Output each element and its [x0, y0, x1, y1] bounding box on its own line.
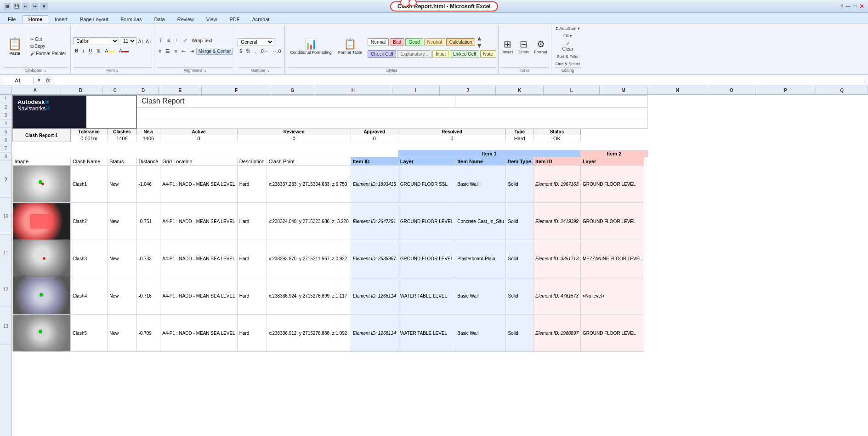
redo-quick-btn[interactable]: ↪	[31, 3, 39, 10]
status-val[interactable]: OK	[533, 135, 581, 142]
clash5-point[interactable]: x:238336.912, y:2715276.888, z:1.092	[267, 315, 351, 352]
clash3-status[interactable]: New	[108, 240, 136, 277]
clash2-name[interactable]: Clash2	[70, 203, 107, 240]
format-painter-button[interactable]: 🖌 Format Painter	[29, 51, 68, 57]
row-num-12[interactable]: 12	[0, 271, 11, 308]
increase-font-size-btn[interactable]: A↑	[137, 39, 144, 44]
clash1-item1-type[interactable]: Solid	[506, 166, 533, 203]
merge-center-btn[interactable]: Merge & Center	[196, 48, 233, 55]
clash2-item1-type[interactable]: Solid	[506, 203, 533, 240]
input-style-btn[interactable]: Input	[432, 50, 449, 58]
clash4-distance[interactable]: -0.716	[136, 277, 160, 315]
tab-acrobat[interactable]: Acrobat	[246, 15, 275, 23]
tab-page-layout[interactable]: Page Layout	[74, 15, 114, 23]
clash4-status[interactable]: New	[108, 277, 136, 315]
cell-reference-box[interactable]	[2, 77, 34, 84]
clash5-item2-id[interactable]: Element ID: 1960897	[533, 315, 581, 352]
align-top-btn[interactable]: ⊤	[157, 36, 165, 45]
tab-review[interactable]: Review	[171, 15, 200, 23]
col-header-n[interactable]: N	[647, 86, 708, 94]
type-val[interactable]: Hard	[506, 135, 533, 142]
new-val[interactable]: 1406	[136, 135, 160, 142]
clash3-point[interactable]: x:238293.870, y:2715311.567, z:0.922	[267, 240, 351, 277]
tab-pdf[interactable]: PDF	[223, 15, 245, 23]
tolerance-val[interactable]: 0.001m	[70, 135, 107, 142]
clash4-item2-layer[interactable]: <No level>	[580, 277, 644, 315]
reviewed-val[interactable]: 0	[237, 135, 351, 142]
clash1-item1-layer[interactable]: GROUND FLOOR SSL	[398, 166, 455, 203]
row-num-1[interactable]: 1	[0, 95, 11, 103]
font-size-select[interactable]: 11	[120, 37, 136, 45]
normal-style-btn[interactable]: Normal	[368, 38, 389, 46]
clash5-item2-layer[interactable]: GROUND FLOOR LEVEL	[580, 315, 644, 352]
clipboard-expand[interactable]: ↘	[43, 69, 46, 73]
clash2-item1-layer[interactable]: GROUND FLOOR LEVEL	[398, 203, 455, 240]
insert-cell-btn[interactable]: ⊞ Insert	[501, 38, 515, 55]
col-header-c[interactable]: C	[102, 86, 129, 94]
row-num-8[interactable]: 8	[0, 153, 11, 161]
approved-val[interactable]: 0	[351, 135, 398, 142]
clash2-item2-layer[interactable]: GROUND FLOOR LEVEL	[580, 203, 644, 240]
tab-home[interactable]: Home	[23, 15, 49, 23]
save-quick-btn[interactable]: 💾	[13, 3, 20, 10]
fill-btn[interactable]: Fill ▾	[554, 33, 582, 39]
italic-button[interactable]: I	[81, 47, 86, 54]
clash1-point[interactable]: x:238337.233, y:2715304.633, z:6.750	[267, 166, 351, 203]
col-header-d[interactable]: D	[128, 86, 159, 94]
good-style-btn[interactable]: Good	[405, 38, 423, 46]
clash1-grid[interactable]: A4-P1 : NADD - MEAN SEA LEVEL	[160, 166, 237, 203]
clashes-val[interactable]: 1406	[108, 135, 136, 142]
format-as-table-btn[interactable]: 📋 Format Table	[335, 37, 365, 56]
tab-formulas[interactable]: Formulas	[115, 15, 148, 23]
number-format-select[interactable]: General	[238, 38, 274, 46]
tab-data[interactable]: Data	[148, 15, 170, 23]
clash1-item2-id[interactable]: Element ID: 1967163	[533, 166, 581, 203]
col-header-p[interactable]: P	[755, 86, 816, 94]
clash4-item1-id[interactable]: Element ID: 1268114	[351, 277, 398, 315]
percent-btn[interactable]: %	[244, 48, 252, 55]
clash5-item1-type[interactable]: Solid	[506, 315, 533, 352]
font-name-select[interactable]: Calibri	[73, 37, 119, 45]
clash3-item1-type[interactable]: Solid	[506, 240, 533, 277]
clash5-item1-layer[interactable]: WATER TABLE LEVEL	[398, 315, 455, 352]
font-expand[interactable]: ↘	[115, 69, 119, 73]
row-num-5[interactable]: 5	[0, 128, 11, 136]
col-header-f[interactable]: F	[202, 86, 271, 94]
styles-scroll-btn[interactable]: ▲▼	[476, 34, 482, 49]
delete-cell-btn[interactable]: ⊟ Delete	[516, 38, 531, 55]
alignment-expand[interactable]: ↘	[203, 69, 206, 73]
clash5-name[interactable]: Clash5	[70, 315, 107, 352]
customize-quick-btn[interactable]: ▼	[40, 3, 48, 10]
clash4-item2-id[interactable]: Element ID: 4761573	[533, 277, 581, 315]
row-num-6[interactable]: 6	[0, 136, 11, 144]
col-header-k[interactable]: K	[496, 86, 544, 94]
col-header-j[interactable]: J	[440, 86, 496, 94]
row-num-3[interactable]: 3	[0, 111, 11, 120]
clash2-item2-id[interactable]: Element ID: 2419399	[533, 203, 581, 240]
logo-cell[interactable]: Autodesk® Navisworks®	[12, 95, 136, 128]
format-cell-btn[interactable]: ⚙ Format	[532, 38, 549, 55]
explanatory-style-btn[interactable]: Explanatory...	[397, 50, 431, 58]
clash4-item1-layer[interactable]: WATER TABLE LEVEL	[398, 277, 455, 315]
clash4-name[interactable]: Clash4	[70, 277, 107, 315]
sort-filter-btn[interactable]: Sort & Filter	[554, 53, 582, 60]
report-name-cell[interactable]: Clash Report 1	[12, 128, 70, 142]
row-num-11[interactable]: 11	[0, 235, 11, 271]
align-bottom-btn[interactable]: ⊥	[172, 36, 181, 45]
col-header-h[interactable]: H	[314, 86, 392, 94]
clash4-item1-name[interactable]: Basic Wall	[455, 277, 506, 315]
row-num-4[interactable]: 4	[0, 120, 11, 128]
clash1-status[interactable]: New	[108, 166, 136, 203]
clash4-grid[interactable]: A4-P1 : NADD - MEAN SEA LEVEL	[160, 277, 237, 315]
formula-expand-btn[interactable]: ▼	[36, 78, 42, 83]
clash2-distance[interactable]: -0.751	[136, 203, 160, 240]
clash4-point[interactable]: x:238336.924, y:2715276.899, z:1.117	[267, 277, 351, 315]
clash5-desc[interactable]: Hard	[237, 315, 267, 352]
clash5-grid[interactable]: A4-P1 : NADD - MEAN SEA LEVEL	[160, 315, 237, 352]
clash2-desc[interactable]: Hard	[237, 203, 267, 240]
col-header-b[interactable]: B	[59, 86, 102, 94]
row-num-10[interactable]: 10	[0, 198, 11, 235]
clash2-point[interactable]: x:238324.048, y:2715323.686, z:-3.220	[267, 203, 351, 240]
linked-cell-style-btn[interactable]: Linked Cell	[450, 50, 479, 58]
row-num-2[interactable]: 2	[0, 103, 11, 111]
